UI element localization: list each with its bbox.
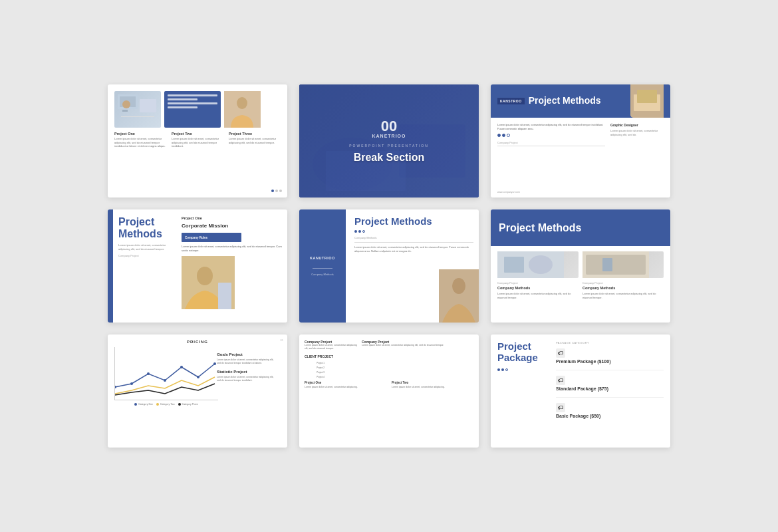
svg-rect-25 (602, 258, 612, 271)
svg-rect-5 (121, 116, 154, 117)
slide-3-left: Lorem ipsum dolor sit amet, consectetur … (497, 123, 605, 149)
slide-7-content: Category One Category Two Category Three… (114, 347, 281, 406)
slide-8-bottom: Project One Lorem ipsum dolor sit amet, … (305, 381, 473, 389)
slide-8-proj-two: Project Two Lorem ipsum dolor sit amet, … (392, 381, 473, 389)
svg-rect-2 (122, 110, 128, 112)
svg-point-30 (180, 366, 183, 368)
slide-8-proj-one: Project One Lorem ipsum dolor sit amet, … (305, 381, 386, 389)
slide-pricing-chart[interactable]: PRICING (108, 334, 287, 448)
slide-8-chart: CLIENT PROJECT Project 1 Project 2 (305, 354, 473, 378)
slide-7-legend: Category One Category Two Category Three (114, 403, 218, 406)
slides-grid: Project One Lorem ipsum dolor sit amet, … (81, 58, 697, 474)
slide-1-top-row (114, 91, 281, 128)
slide-5-dots (354, 230, 473, 233)
package-icon-standard: 🏷 (556, 376, 565, 385)
slide-6-header: Project Methods (491, 209, 670, 246)
slide-1-person-image (224, 91, 261, 128)
slide-5-left-panel: KANUTRIOO Company Methods (299, 209, 346, 323)
slide-9-pkg-basic: 🏷 Basic Package ($50) (556, 403, 664, 424)
package-icon-premium: 🏷 (556, 348, 565, 358)
slide-8-bars: Project 1 Project 2 Pr (305, 362, 473, 378)
slide-project-showcase[interactable]: Project One Lorem ipsum dolor sit amet, … (108, 84, 287, 198)
svg-point-22 (529, 255, 553, 274)
svg-point-32 (213, 362, 216, 365)
slide-5-photo (439, 269, 479, 323)
slide-9-left: Project Package (497, 341, 551, 441)
svg-point-4 (122, 100, 130, 108)
slide-project-methods-left[interactable]: Project Methods Lorem ipsum dolor sit am… (108, 209, 287, 323)
slide-7-chart (114, 347, 218, 400)
svg-point-16 (197, 267, 213, 285)
svg-point-27 (130, 382, 133, 385)
slide-3-rating (497, 134, 605, 137)
slide-project-methods-header[interactable]: KANSTROO Project Methods Lorem ipsum dol… (491, 84, 670, 198)
slide-9-pkg-standard: 🏷 Standard Package ($75) (556, 376, 664, 398)
slide-1-projects: Project One Lorem ipsum dolor sit amet, … (114, 132, 281, 148)
slide-project-methods-two-col[interactable]: Project Methods Company Project Company … (491, 209, 670, 323)
slide-4-photo (182, 256, 235, 309)
slide-1-blue-box (164, 91, 221, 128)
svg-point-28 (147, 372, 150, 375)
slide-project-package[interactable]: Project Package PACKAGE CATEGORY 🏷 Premi… (491, 334, 670, 448)
svg-point-19 (452, 278, 465, 294)
package-icon-basic: 🏷 (556, 403, 565, 412)
slide-8-right-text: Company Project Lorem ipsum dolor sit am… (362, 340, 473, 351)
slide-3-header: KANSTROO Project Methods (491, 84, 670, 118)
slide-9-right: PACKAGE CATEGORY 🏷 Premium Package ($100… (556, 341, 664, 441)
slide-7-chart-area: Category One Category Two Category Three (114, 347, 218, 406)
slide-4-blue-bar: Company Rules (182, 233, 241, 242)
slide-1-dots (271, 190, 282, 192)
svg-rect-14 (637, 90, 657, 103)
bar-row-1: Project 1 (305, 362, 473, 364)
bar-row-3: Project 3 (305, 371, 473, 374)
slide-7-right: Goals Project Lorem ipsum dolor sit amet… (217, 352, 275, 411)
svg-rect-17 (218, 283, 231, 309)
slide-3-header-image (630, 84, 664, 118)
slide-2-logo: 00 KANETRIOO (372, 119, 406, 138)
svg-point-31 (197, 376, 199, 378)
svg-rect-21 (504, 257, 524, 273)
slide-1-desk-image (114, 91, 161, 128)
slide-bar-chart[interactable]: Company Project Lorem ipsum dolor sit am… (299, 334, 479, 448)
svg-rect-3 (140, 99, 156, 112)
bar-row-4: Project 4 (305, 376, 473, 378)
slide-6-photo-two (583, 251, 664, 278)
slide-9-pkg-premium: 🏷 Premium Package ($100) (556, 348, 664, 370)
slide-break-section[interactable]: 00 KANETRIOO POWERPOINT PRESENTATION Bre… (299, 84, 479, 198)
slide-3-right: Graphic Designer Lorem ipsum dolor sit a… (610, 123, 664, 149)
slide-4-accent (108, 209, 113, 323)
slide-4-left: Project Methods Lorem ipsum dolor sit am… (118, 216, 178, 317)
bar-row-2: Project 2 (305, 366, 473, 369)
slide-1-project-one: Project One Lorem ipsum dolor sit amet, … (114, 132, 166, 148)
slide-1-project-three: Project Three Lorem ipsum dolor sit amet… (229, 132, 281, 148)
slide-2-content: 00 KANETRIOO POWERPOINT PRESENTATION Bre… (299, 84, 479, 198)
slide-6-col-one: Company Project Company Methods Lorem ip… (497, 251, 579, 300)
slide-3-url: www.companyurl.com (497, 191, 520, 194)
slide-project-methods-logo[interactable]: KANUTRIOO Company Methods Project Method… (299, 209, 479, 323)
slide-7-title: PRICING (114, 340, 281, 344)
slide-3-body: Lorem ipsum dolor sit amet, consectetur … (491, 118, 670, 154)
svg-point-26 (115, 386, 116, 388)
slide-8-top: Company Project Lorem ipsum dolor sit am… (305, 340, 473, 351)
slide-4-right: Project One Corporate Mission Company Ru… (182, 216, 282, 317)
svg-rect-24 (586, 255, 646, 275)
slide-1-project-two: Project Two Lorem ipsum dolor sit amet, … (172, 132, 223, 148)
slide-8-left-text: Company Project Lorem ipsum dolor sit am… (305, 340, 358, 351)
slide-6-body: Company Project Company Methods Lorem ip… (491, 246, 670, 305)
slide-9-pkg-label: PACKAGE CATEGORY (556, 341, 664, 344)
slide-6-col-two: Company Project Company Methods Lorem ip… (583, 251, 664, 300)
slide-4-content: Project Methods Lorem ipsum dolor sit am… (118, 209, 287, 323)
slide-6-photo-one (497, 251, 579, 278)
svg-point-7 (237, 97, 247, 109)
slide-9-dots (497, 368, 551, 371)
svg-point-29 (164, 379, 166, 382)
